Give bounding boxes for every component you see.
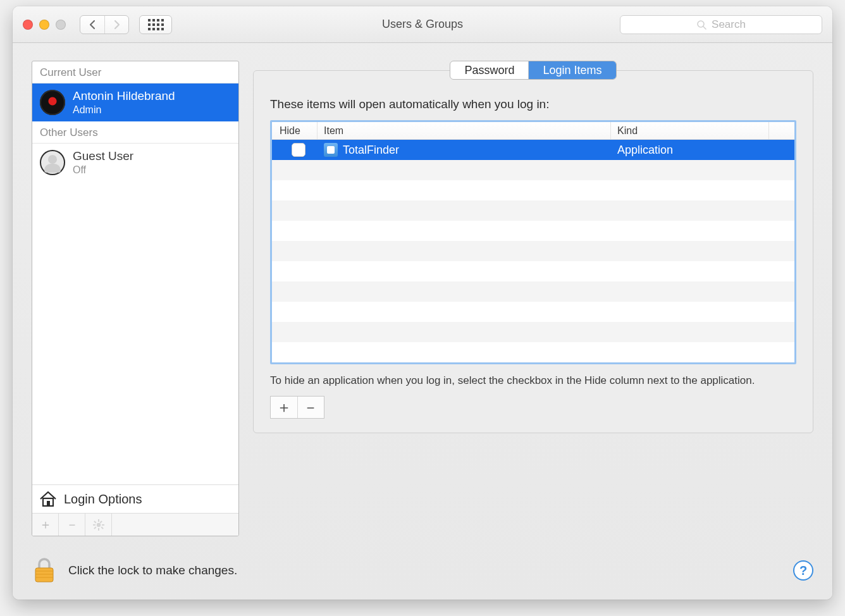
remove-user-button[interactable]: － xyxy=(59,514,85,536)
back-button[interactable] xyxy=(80,16,104,34)
svg-rect-11 xyxy=(99,521,102,523)
tab-password[interactable]: Password xyxy=(450,61,528,79)
table-row[interactable] xyxy=(272,302,794,322)
table-row[interactable] xyxy=(272,180,794,200)
user-name: Guest User xyxy=(73,149,133,164)
users-sidebar: Current User Antonin Hildebrand Admin Ot… xyxy=(32,61,239,536)
search-placeholder: Search xyxy=(712,18,746,31)
table-row[interactable]: TotalFinder Application xyxy=(272,140,794,160)
other-users-section-label: Other Users xyxy=(32,121,238,144)
lock-text: Click the lock to make changes. xyxy=(68,564,237,577)
traffic-lights xyxy=(23,20,66,30)
add-user-button[interactable]: ＋ xyxy=(32,514,59,536)
titlebar: Users & Groups Search xyxy=(13,6,832,43)
tabs: Password Login Items xyxy=(450,61,616,80)
main-pane: Password Login Items These items will op… xyxy=(253,61,813,536)
remove-item-button[interactable]: － xyxy=(297,397,324,418)
table-row[interactable] xyxy=(272,160,794,180)
user-actions-button[interactable] xyxy=(85,514,112,536)
user-texts: Guest User Off xyxy=(73,149,133,176)
table-row[interactable] xyxy=(272,200,794,221)
table-row[interactable] xyxy=(272,241,794,261)
svg-rect-12 xyxy=(94,526,96,529)
add-item-button[interactable]: ＋ xyxy=(271,397,297,418)
svg-point-4 xyxy=(96,522,100,526)
avatar xyxy=(40,150,65,175)
app-icon xyxy=(324,143,338,157)
close-window-button[interactable] xyxy=(23,20,33,30)
nav-buttons xyxy=(80,15,129,34)
zoom-window-button xyxy=(56,20,66,30)
sidebar-tools: ＋ － xyxy=(32,513,238,536)
help-button[interactable]: ? xyxy=(793,560,813,581)
sidebar-guest-user[interactable]: Guest User Off xyxy=(32,144,238,182)
col-hide-header[interactable]: Hide xyxy=(272,122,318,139)
user-texts: Antonin Hildebrand Admin xyxy=(73,89,175,116)
svg-rect-6 xyxy=(98,528,99,531)
item-name: TotalFinder xyxy=(343,144,399,157)
table-row[interactable] xyxy=(272,342,794,362)
user-role: Admin xyxy=(73,104,175,116)
svg-rect-13 xyxy=(35,568,53,582)
svg-line-1 xyxy=(703,27,706,29)
svg-rect-10 xyxy=(101,526,103,529)
col-item-header[interactable]: Item xyxy=(318,122,611,139)
user-name: Antonin Hildebrand xyxy=(73,89,175,104)
current-user-section-label: Current User xyxy=(32,61,238,83)
svg-rect-5 xyxy=(98,519,99,522)
table-body: TotalFinder Application xyxy=(272,140,794,362)
tab-login-items[interactable]: Login Items xyxy=(528,61,615,79)
show-all-button[interactable] xyxy=(139,15,172,34)
chevron-right-icon xyxy=(113,20,121,30)
search-field[interactable]: Search xyxy=(620,15,822,34)
body: Current User Antonin Hildebrand Admin Ot… xyxy=(13,43,832,548)
grid-icon xyxy=(148,19,164,30)
hide-checkbox[interactable] xyxy=(292,143,305,157)
panel-heading: These items will open automatically when… xyxy=(270,97,796,111)
table-row[interactable] xyxy=(272,261,794,281)
svg-rect-8 xyxy=(102,524,104,526)
svg-rect-3 xyxy=(47,501,50,506)
minimize-window-button[interactable] xyxy=(39,20,49,30)
footer: Click the lock to make changes. ? xyxy=(13,548,832,600)
sidebar-current-user[interactable]: Antonin Hildebrand Admin xyxy=(32,83,238,121)
chevron-left-icon xyxy=(89,20,96,30)
add-remove-buttons: ＋ － xyxy=(270,396,324,419)
login-items-table: Hide Item Kind TotalFinder Applicati xyxy=(270,120,796,364)
preferences-window: Users & Groups Search Current User Anton… xyxy=(13,6,832,600)
table-header: Hide Item Kind xyxy=(272,122,794,140)
table-row[interactable] xyxy=(272,221,794,241)
forward-button xyxy=(104,16,128,34)
search-icon xyxy=(696,20,706,30)
table-row[interactable] xyxy=(272,281,794,302)
user-role: Off xyxy=(73,164,133,176)
window-title: Users & Groups xyxy=(382,18,463,31)
hint-text: To hide an application when you log in, … xyxy=(270,373,796,388)
item-kind: Application xyxy=(611,140,769,160)
col-kind-header[interactable]: Kind xyxy=(611,122,769,139)
gear-icon xyxy=(93,519,104,531)
lock-icon[interactable] xyxy=(32,557,57,584)
login-options-label: Login Options xyxy=(64,492,142,507)
svg-rect-7 xyxy=(93,524,96,526)
login-items-panel: These items will open automatically when… xyxy=(253,70,813,433)
home-icon xyxy=(39,490,58,508)
avatar xyxy=(40,90,65,115)
table-row[interactable] xyxy=(272,322,794,342)
login-options-button[interactable]: Login Options xyxy=(32,484,238,513)
svg-rect-9 xyxy=(94,521,96,523)
